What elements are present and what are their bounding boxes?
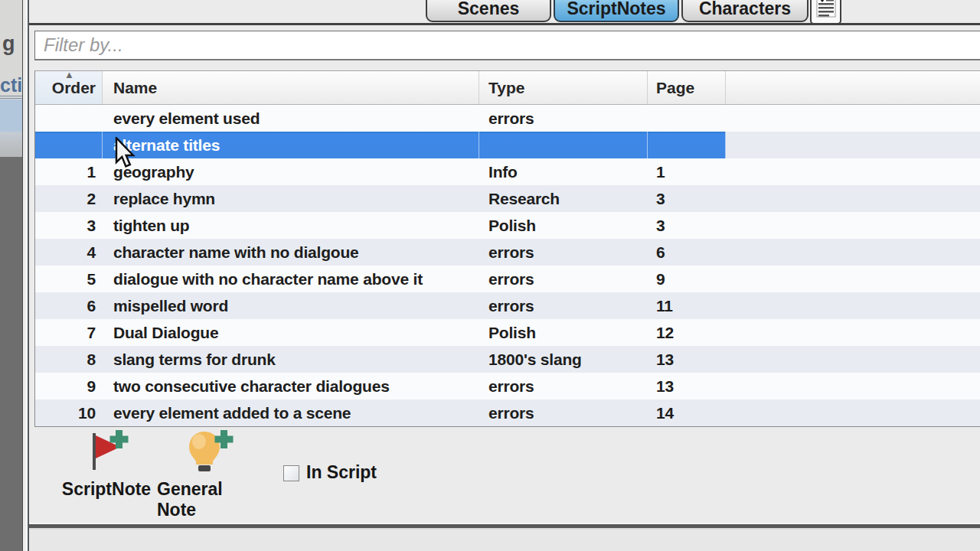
table-cell-order: 4 bbox=[35, 239, 103, 266]
scriptnotes-panel: Scenes ScriptNotes Characters ▲ Order bbox=[29, 0, 980, 551]
table-cell-type: Research bbox=[479, 185, 648, 212]
background-gradient bbox=[0, 132, 22, 157]
table-cell-page bbox=[648, 105, 726, 132]
table-cell-page: 11 bbox=[648, 292, 726, 319]
table-row[interactable]: 4character name with no dialgoueerrors6 bbox=[35, 239, 980, 266]
table-cell-name: Dual Dialogue bbox=[103, 319, 479, 346]
table-cell-type: errors bbox=[479, 292, 648, 319]
table-cell-fill bbox=[726, 319, 980, 346]
notes-menu-button[interactable] bbox=[810, 0, 841, 24]
column-header-page[interactable]: Page bbox=[648, 71, 726, 104]
table-cell-order: 1 bbox=[35, 158, 103, 185]
table-cell-type: errors bbox=[479, 373, 648, 399]
in-script-checkbox[interactable] bbox=[283, 465, 299, 481]
table-cell-name: dialogue with no character name above it bbox=[103, 266, 479, 292]
scriptnote-button-label: ScriptNote bbox=[62, 479, 151, 500]
table-cell-name: replace hymn bbox=[103, 185, 479, 212]
flag-plus-icon bbox=[82, 429, 131, 476]
table-cell-fill bbox=[726, 132, 980, 158]
table-row[interactable]: 7Dual DialoguePolish12 bbox=[35, 319, 980, 346]
table-row[interactable]: 6mispelled worderrors11 bbox=[35, 292, 980, 319]
table-cell-order: 10 bbox=[35, 399, 103, 426]
table-cell-fill bbox=[726, 266, 980, 292]
table-cell-order bbox=[35, 105, 103, 132]
table-cell-fill bbox=[726, 212, 980, 239]
tab-bar-divider bbox=[29, 23, 980, 25]
table-row[interactable]: 8slang terms for drunk1800's slang13 bbox=[35, 346, 980, 373]
tab-scenes[interactable]: Scenes bbox=[426, 0, 551, 22]
table-cell-page: 13 bbox=[648, 373, 726, 399]
table-body: every element usederrorsalternate titles… bbox=[35, 105, 980, 426]
table-cell-order bbox=[35, 132, 103, 158]
table-cell-order: 7 bbox=[35, 319, 103, 346]
table-cell-page: 3 bbox=[648, 185, 726, 212]
table-cell-type: errors bbox=[479, 239, 648, 266]
background-window-strip: g cti bbox=[0, 0, 22, 551]
table-cell-name: alternate titles bbox=[103, 132, 479, 158]
table-cell-page: 1 bbox=[648, 158, 726, 185]
table-cell-name: two consecutive character dialogues bbox=[103, 373, 479, 399]
table-cell-type bbox=[479, 132, 648, 158]
table-cell-fill bbox=[726, 158, 980, 185]
table-cell-order: 3 bbox=[35, 212, 103, 239]
notes-table: ▲ Order Name Type Page every element use… bbox=[34, 70, 980, 427]
table-row[interactable]: 2replace hymnResearch3 bbox=[35, 185, 980, 212]
panel-divider bbox=[29, 523, 980, 530]
bottom-panel bbox=[29, 530, 980, 551]
table-cell-type: errors bbox=[479, 105, 648, 132]
general-note-button-label: General Note bbox=[157, 479, 264, 520]
table-cell-page: 6 bbox=[648, 239, 726, 266]
background-text-fragment: cti bbox=[0, 74, 22, 96]
in-script-checkbox-label: In Script bbox=[306, 462, 377, 483]
table-cell-page: 9 bbox=[648, 266, 726, 292]
table-cell-type: errors bbox=[479, 399, 648, 426]
list-menu-icon bbox=[816, 0, 836, 21]
table-cell-fill bbox=[726, 346, 980, 373]
table-row[interactable]: alternate titles bbox=[35, 132, 980, 158]
column-header-filler bbox=[726, 71, 980, 104]
lightbulb-plus-icon bbox=[185, 429, 236, 476]
table-row[interactable]: 1geographyInfo1 bbox=[35, 158, 980, 185]
table-cell-fill bbox=[726, 373, 980, 399]
sort-ascending-caret: ▲ bbox=[64, 69, 74, 80]
table-cell-order: 9 bbox=[35, 373, 103, 399]
table-cell-name: every element added to a scene bbox=[103, 399, 479, 426]
table-cell-name: character name with no dialgoue bbox=[103, 239, 479, 266]
table-cell-name: geography bbox=[103, 158, 479, 185]
table-row[interactable]: 5dialogue with no character name above i… bbox=[35, 266, 980, 292]
background-text-fragment: g bbox=[2, 32, 15, 56]
background-selection-band bbox=[0, 99, 22, 132]
table-cell-order: 8 bbox=[35, 346, 103, 373]
window-edge-border bbox=[22, 0, 29, 551]
table-row[interactable]: every element usederrors bbox=[35, 105, 980, 132]
table-row[interactable]: 3tighten upPolish3 bbox=[35, 212, 980, 239]
table-row[interactable]: 10every element added to a sceneerrors14 bbox=[35, 399, 980, 426]
column-header-type[interactable]: Type bbox=[479, 71, 648, 104]
add-scriptnote-button[interactable]: ScriptNote bbox=[61, 429, 152, 500]
table-cell-fill bbox=[726, 185, 980, 212]
table-row[interactable]: 9two consecutive character dialogueserro… bbox=[35, 373, 980, 399]
table-cell-name: slang terms for drunk bbox=[103, 346, 479, 373]
table-cell-page: 3 bbox=[648, 212, 726, 239]
table-cell-type: 1800's slang bbox=[479, 346, 648, 373]
table-cell-name: mispelled word bbox=[103, 292, 479, 319]
table-cell-page bbox=[648, 132, 726, 158]
table-cell-fill bbox=[726, 292, 980, 319]
table-cell-order: 5 bbox=[35, 266, 103, 292]
tab-label: Characters bbox=[699, 0, 791, 19]
column-header-name[interactable]: Name bbox=[103, 71, 479, 104]
column-header-order[interactable]: ▲ Order bbox=[35, 71, 103, 104]
tab-characters[interactable]: Characters bbox=[681, 0, 808, 22]
table-cell-fill bbox=[726, 399, 980, 426]
table-cell-page: 12 bbox=[648, 319, 726, 346]
add-general-note-button[interactable]: General Note bbox=[157, 429, 264, 520]
table-cell-name: every element used bbox=[103, 105, 479, 132]
background-dark-area bbox=[0, 157, 22, 551]
table-cell-fill bbox=[726, 105, 980, 132]
divider bbox=[0, 96, 22, 99]
table-cell-type: Polish bbox=[479, 212, 648, 239]
table-cell-type: Info bbox=[479, 158, 648, 185]
tab-label: Scenes bbox=[458, 0, 520, 19]
filter-input[interactable] bbox=[34, 31, 980, 60]
tab-scriptnotes[interactable]: ScriptNotes bbox=[554, 0, 679, 22]
